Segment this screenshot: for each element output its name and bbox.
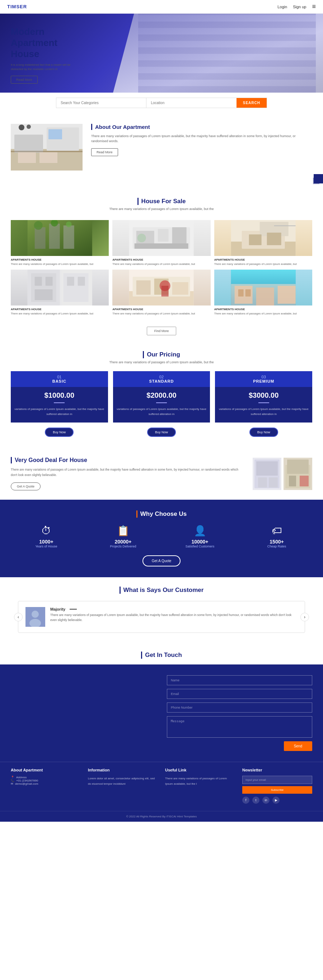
testimonial-card: ‹ Majority There are many variations of … — [18, 601, 305, 633]
newsletter-input[interactable] — [242, 776, 312, 784]
svg-rect-13 — [49, 224, 60, 249]
why-number: 20000+ — [88, 539, 159, 544]
svg-rect-54 — [256, 288, 274, 305]
pricing-header: 01 BASIC — [11, 371, 108, 387]
svg-rect-31 — [274, 226, 295, 226]
phone-icon: 📞 — [11, 779, 14, 782]
pricing-title: Our Pricing There are many variations of… — [11, 351, 312, 364]
hero-read-more-button[interactable]: Read More — [11, 76, 38, 84]
buy-now-button-premium[interactable]: Buy Now — [250, 428, 278, 437]
pricing-price: $1000.00 — [11, 387, 108, 401]
svg-rect-21 — [158, 229, 169, 242]
hero-content: Modern Apartment House It is a long esta… — [0, 14, 323, 92]
footer-col-newsletter: Newsletter Subscribe f t in ▶ — [242, 768, 312, 804]
hamburger-icon[interactable]: ≡ — [312, 3, 316, 10]
property-label: APARTMENTS HOUSE — [214, 258, 312, 261]
buy-now-button-basic[interactable]: Buy Now — [45, 428, 73, 437]
svg-rect-38 — [35, 290, 53, 300]
testimonial-name-row: Majority — [50, 607, 298, 611]
testimonial-prev-button[interactable]: ‹ — [14, 613, 22, 621]
facebook-icon[interactable]: f — [242, 797, 250, 804]
property-image-2 — [112, 220, 210, 256]
pricing-tier: BASIC — [14, 379, 105, 383]
subscribe-button[interactable]: Subscribe — [242, 786, 312, 794]
deal-content: Very Good Deal For House There are many … — [11, 457, 245, 490]
pricing-plan-standard: 02 STANDARD $2000.00 variations of passa… — [113, 371, 210, 437]
property-image-6 — [214, 270, 312, 305]
svg-point-15 — [34, 221, 43, 230]
search-button[interactable]: SEARCH — [237, 98, 267, 108]
svg-rect-57 — [245, 290, 250, 296]
contact-message-input[interactable] — [167, 716, 312, 738]
svg-rect-40 — [67, 277, 74, 286]
svg-rect-14 — [64, 226, 74, 249]
testimonial-heading: What is Says Our Customer — [119, 587, 204, 594]
pricing-section: Our Pricing There are many variations of… — [0, 344, 323, 448]
svg-rect-29 — [249, 234, 261, 245]
pricing-num: 02 — [117, 375, 207, 379]
svg-rect-61 — [258, 477, 267, 487]
why-label: Years of House — [11, 544, 82, 548]
property-image-5 — [112, 270, 210, 305]
pricing-card: 02 STANDARD $2000.00 variations of passa… — [113, 371, 210, 423]
testimonial-text: There are many variations of passages of… — [50, 613, 298, 622]
find-more-button[interactable]: Find More — [147, 327, 177, 335]
svg-rect-30 — [267, 232, 281, 245]
testimonial-name: Majority — [50, 607, 65, 611]
pricing-features: variations of passages of Lorem Ipsum av… — [215, 407, 312, 417]
search-categories-input[interactable] — [56, 98, 146, 108]
youtube-icon[interactable]: ▶ — [272, 797, 280, 804]
buy-now-button-standard[interactable]: Buy Now — [147, 428, 176, 437]
svg-point-69 — [32, 611, 39, 618]
svg-rect-67 — [300, 476, 309, 487]
nav-login[interactable]: Login — [277, 5, 287, 9]
nav-signup[interactable]: Sign up — [293, 5, 306, 9]
testimonial-dash — [70, 609, 77, 609]
about-read-more-button[interactable]: Read More — [91, 148, 118, 156]
why-item-customers: 👤 10000+ Satisfied Customers — [164, 525, 235, 548]
property-desc: There are many variations of passages of… — [11, 262, 109, 266]
testimonial-section: What is Says Our Customer ‹ Majority The… — [0, 577, 323, 642]
contact-phone-input[interactable] — [167, 703, 312, 713]
clock-icon: ⏱ — [11, 525, 82, 537]
contact-email-input[interactable] — [167, 689, 312, 699]
search-location-input[interactable] — [146, 98, 236, 108]
email-icon: ✉ — [11, 782, 13, 786]
pricing-plan-basic: 01 BASIC $1000.00 variations of passages… — [11, 371, 108, 437]
footer-col3-text: There are many variations of passages of… — [165, 776, 235, 786]
pricing-tier: PREMIUM — [218, 379, 309, 383]
svg-rect-66 — [289, 476, 296, 487]
pricing-price: $2000.00 — [113, 387, 210, 401]
about-section: About Our Apartment There are many varia… — [0, 113, 323, 181]
pricing-header: 02 STANDARD — [113, 371, 210, 387]
svg-rect-9 — [40, 152, 57, 163]
deal-get-quote-button[interactable]: Get A Quote — [11, 482, 41, 490]
svg-rect-45 — [136, 280, 151, 295]
hero-subtitle: It is a long established fact that a rea… — [11, 63, 83, 72]
contact-send-button[interactable]: Send — [284, 741, 312, 751]
testimonial-next-button[interactable]: › — [301, 613, 309, 621]
rates-icon: 🏷 — [241, 525, 312, 537]
property-image-1 — [11, 220, 109, 256]
why-number: 10000+ — [164, 539, 235, 544]
footer-bottom: About Apartment 📍 Address 📞 +01 (234)567… — [0, 762, 323, 811]
customers-icon: 👤 — [164, 525, 235, 537]
contact-name-input[interactable] — [167, 675, 312, 685]
deal-text: There are many variations of passages of… — [11, 467, 245, 477]
deal-image-2 — [283, 458, 312, 490]
pricing-num: 03 — [218, 375, 309, 379]
property-desc: There are many variations of passages of… — [112, 262, 210, 266]
pricing-divider — [156, 402, 167, 403]
pricing-divider — [54, 402, 65, 403]
pricing-features: variations of passages of Lorem Ipsum av… — [113, 407, 210, 417]
projects-icon: 📋 — [88, 525, 159, 537]
why-label: Projects Delivered — [88, 544, 159, 548]
search-bar: SEARCH — [0, 92, 323, 113]
twitter-icon[interactable]: t — [252, 797, 259, 804]
why-label: Cheap Rates — [241, 544, 312, 548]
footer-col4-title: Newsletter — [242, 768, 312, 772]
pricing-price: $3000.00 — [215, 387, 312, 401]
why-get-quote-button[interactable]: Get A Quote — [143, 555, 180, 566]
property-card: APARTMENTS HOUSE There are many variatio… — [11, 270, 109, 315]
linkedin-icon[interactable]: in — [263, 797, 269, 804]
